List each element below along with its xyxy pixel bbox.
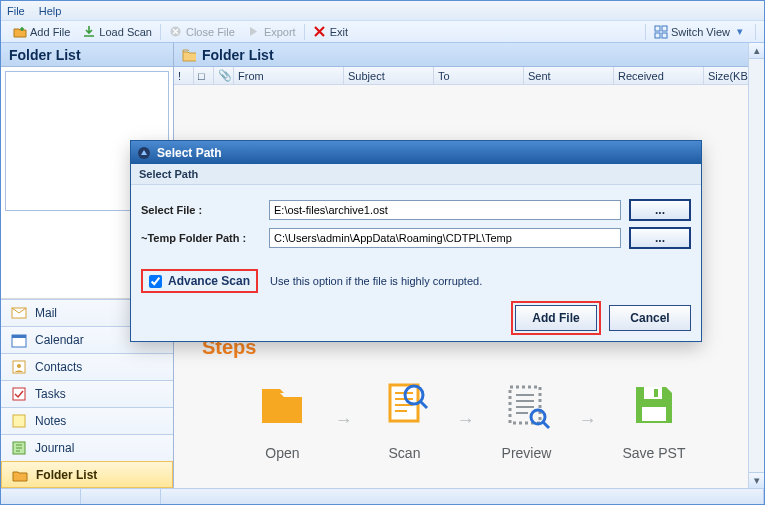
- advance-scan-desc: Use this option if the file is highly co…: [270, 275, 482, 287]
- chevron-down-icon: ▾: [733, 25, 747, 39]
- svg-rect-3: [655, 33, 660, 38]
- grid-header: !□📎FromSubjectToSentReceivedSize(KB): [174, 67, 764, 85]
- tb-add-file-label: Add File: [30, 26, 70, 38]
- column-subject[interactable]: Subject: [344, 67, 434, 84]
- column-from[interactable]: From: [234, 67, 344, 84]
- svg-rect-2: [662, 26, 667, 31]
- advance-scan-checkbox[interactable]: [149, 275, 162, 288]
- svg-rect-7: [12, 335, 26, 338]
- grid-icon: [654, 25, 668, 39]
- steps-row: Open→Scan→Preview→Save PST: [256, 379, 685, 461]
- step-icon: [628, 379, 680, 431]
- step-label: Preview: [502, 445, 552, 461]
- nav-item-label: Journal: [35, 441, 74, 455]
- dialog-titlebar[interactable]: Select Path: [131, 141, 701, 164]
- step-scan: Scan: [378, 379, 430, 461]
- nav-item-label: Contacts: [35, 360, 82, 374]
- app-icon: [137, 146, 151, 160]
- browse-temp-button[interactable]: ...: [629, 227, 691, 249]
- column-[interactable]: !: [174, 67, 194, 84]
- vertical-scrollbar[interactable]: ▴ ▾: [748, 43, 764, 488]
- step-save-pst: Save PST: [622, 379, 685, 461]
- mail-icon: [11, 305, 27, 321]
- step-label: Scan: [389, 445, 421, 461]
- svg-rect-1: [655, 26, 660, 31]
- tb-switch-view[interactable]: Switch View ▾: [648, 25, 753, 39]
- tb-export: Export: [241, 25, 302, 39]
- play-icon: [247, 25, 261, 39]
- nav-item-tasks[interactable]: Tasks: [1, 380, 173, 407]
- contacts-icon: [11, 359, 27, 375]
- step-preview: Preview: [500, 379, 552, 461]
- tb-close-file-label: Close File: [186, 26, 235, 38]
- folder-plus-icon: [13, 25, 27, 39]
- tb-close-file: Close File: [163, 25, 241, 39]
- arrow-right-icon: →: [578, 410, 596, 431]
- column-[interactable]: 📎: [214, 67, 234, 84]
- left-panel-title: Folder List: [1, 43, 173, 67]
- step-icon: [378, 379, 430, 431]
- advance-scan-box: Advance Scan: [141, 269, 258, 293]
- right-panel-title: Folder List: [174, 43, 764, 67]
- column-to[interactable]: To: [434, 67, 524, 84]
- svg-rect-17: [644, 387, 662, 399]
- advance-scan-row: Advance Scan Use this option if the file…: [131, 263, 701, 299]
- column-[interactable]: □: [194, 67, 214, 84]
- row-temp-path: ~Temp Folder Path : ...: [141, 227, 691, 249]
- tasks-icon: [11, 386, 27, 402]
- toolbar: Add File Load Scan Close File Export Exi…: [1, 21, 764, 43]
- svg-rect-4: [662, 33, 667, 38]
- nav-item-contacts[interactable]: Contacts: [1, 353, 173, 380]
- dialog-select-path: Select Path Select Path Select File : ..…: [131, 141, 701, 341]
- folder-icon: [12, 467, 28, 483]
- add-file-button[interactable]: Add File: [515, 305, 597, 331]
- tb-exit-label: Exit: [330, 26, 348, 38]
- dialog-section-head: Select Path: [131, 164, 701, 185]
- right-panel-title-text: Folder List: [202, 47, 274, 63]
- svg-rect-10: [13, 388, 25, 400]
- column-sent[interactable]: Sent: [524, 67, 614, 84]
- tb-load-scan[interactable]: Load Scan: [76, 25, 158, 39]
- nav-item-notes[interactable]: Notes: [1, 407, 173, 434]
- download-icon: [82, 25, 96, 39]
- step-icon: [500, 379, 552, 431]
- scroll-up-icon[interactable]: ▴: [749, 43, 764, 59]
- tb-exit[interactable]: Exit: [307, 25, 354, 39]
- step-label: Save PST: [622, 445, 685, 461]
- tb-switch-view-label: Switch View: [671, 26, 730, 38]
- tb-add-file[interactable]: Add File: [7, 25, 76, 39]
- menu-file[interactable]: File: [7, 5, 25, 17]
- step-open: Open: [256, 379, 308, 461]
- tb-load-scan-label: Load Scan: [99, 26, 152, 38]
- select-file-input[interactable]: [269, 200, 621, 220]
- svg-rect-19: [642, 407, 666, 421]
- browse-file-button[interactable]: ...: [629, 199, 691, 221]
- nav-item-label: Folder List: [36, 468, 97, 482]
- calendar-icon: [11, 332, 27, 348]
- cancel-button[interactable]: Cancel: [609, 305, 691, 331]
- nav-item-label: Calendar: [35, 333, 84, 347]
- menu-help[interactable]: Help: [39, 5, 62, 17]
- svg-rect-15: [510, 387, 540, 423]
- nav-item-folder-list[interactable]: Folder List: [1, 461, 173, 488]
- column-received[interactable]: Received: [614, 67, 704, 84]
- advance-scan-label: Advance Scan: [168, 274, 250, 288]
- close-icon: [169, 25, 183, 39]
- arrow-right-icon: →: [456, 410, 474, 431]
- arrow-right-icon: →: [334, 410, 352, 431]
- statusbar: [1, 488, 764, 504]
- x-icon: [313, 25, 327, 39]
- scroll-down-icon[interactable]: ▾: [749, 472, 764, 488]
- temp-path-label: ~Temp Folder Path :: [141, 232, 261, 244]
- nav-item-label: Mail: [35, 306, 57, 320]
- select-file-label: Select File :: [141, 204, 261, 216]
- svg-rect-11: [13, 415, 25, 427]
- svg-point-9: [17, 364, 21, 368]
- step-label: Open: [265, 445, 299, 461]
- nav-item-journal[interactable]: Journal: [1, 434, 173, 461]
- folder-open-icon: [182, 48, 196, 62]
- temp-path-input[interactable]: [269, 228, 621, 248]
- step-icon: [256, 379, 308, 431]
- nav-item-label: Tasks: [35, 387, 66, 401]
- tb-export-label: Export: [264, 26, 296, 38]
